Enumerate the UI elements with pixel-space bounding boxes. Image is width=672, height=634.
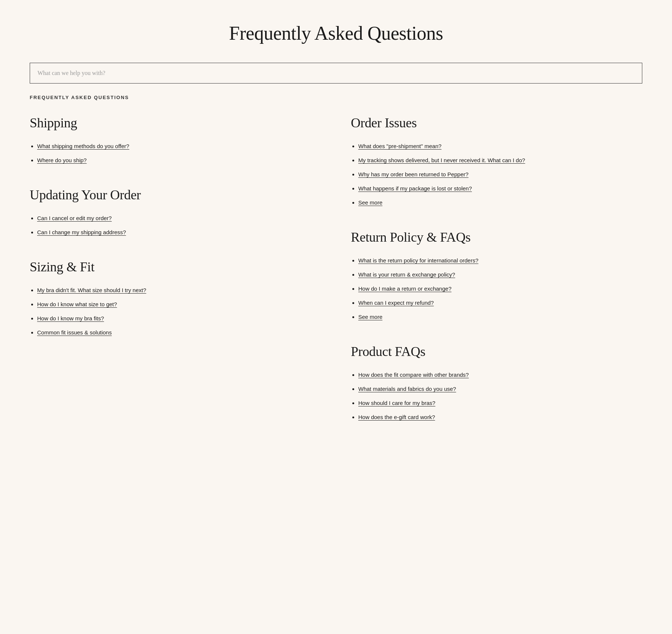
- faq-link[interactable]: My bra didn't fit. What size should I tr…: [37, 287, 146, 293]
- list-item: How do I know what size to get?: [37, 300, 321, 309]
- list-item: Can I cancel or edit my order?: [37, 214, 321, 223]
- category-shipping: Shipping What shipping methods do you of…: [30, 115, 321, 165]
- faq-link[interactable]: How do I know my bra fits?: [37, 315, 104, 321]
- list-item: Why has my order been returned to Pepper…: [358, 170, 642, 179]
- faq-link[interactable]: What shipping methods do you offer?: [37, 143, 129, 149]
- list-item: Common fit issues & solutions: [37, 328, 321, 337]
- list-item: How do I know my bra fits?: [37, 314, 321, 323]
- category-title-sizing-fit: Sizing & Fit: [30, 259, 321, 275]
- faq-grid: Shipping What shipping methods do you of…: [30, 115, 642, 444]
- list-item: How do I make a return or exchange?: [358, 284, 642, 293]
- list-item: See more: [358, 198, 642, 207]
- faq-link[interactable]: Where do you ship?: [37, 157, 87, 163]
- list-item: What is the return policy for internatio…: [358, 256, 642, 265]
- category-order-issues: Order Issues What does "pre-shipment" me…: [351, 115, 642, 207]
- category-title-updating-order: Updating Your Order: [30, 187, 321, 203]
- category-title-shipping: Shipping: [30, 115, 321, 131]
- faq-link[interactable]: What does "pre-shipment" mean?: [358, 143, 441, 149]
- search-container: [30, 63, 642, 84]
- list-item: Where do you ship?: [37, 156, 321, 165]
- search-input[interactable]: [30, 63, 642, 84]
- category-title-product-faqs: Product FAQs: [351, 344, 642, 359]
- faq-link[interactable]: How do I know what size to get?: [37, 301, 117, 307]
- faq-link[interactable]: Why has my order been returned to Pepper…: [358, 171, 469, 177]
- category-return-policy: Return Policy & FAQs What is the return …: [351, 229, 642, 321]
- list-item: Can I change my shipping address?: [37, 228, 321, 237]
- list-item: How should I care for my bras?: [358, 399, 642, 408]
- faq-list-shipping: What shipping methods do you offer? Wher…: [30, 142, 321, 165]
- faq-list-product-faqs: How does the fit compare with other bran…: [351, 370, 642, 422]
- faq-list-updating-order: Can I cancel or edit my order? Can I cha…: [30, 214, 321, 237]
- faq-link[interactable]: Can I cancel or edit my order?: [37, 215, 112, 221]
- faq-link[interactable]: My tracking shows delivered, but I never…: [358, 157, 525, 163]
- list-item: What is your return & exchange policy?: [358, 270, 642, 279]
- page-title: Frequently Asked Questions: [30, 0, 642, 63]
- faq-link[interactable]: What is the return policy for internatio…: [358, 257, 479, 264]
- list-item: What does "pre-shipment" mean?: [358, 142, 642, 151]
- list-item: When can I expect my refund?: [358, 298, 642, 307]
- faq-link[interactable]: Common fit issues & solutions: [37, 329, 112, 336]
- category-title-order-issues: Order Issues: [351, 115, 642, 131]
- see-more-order-issues[interactable]: See more: [358, 199, 382, 206]
- faq-list-return-policy: What is the return policy for internatio…: [351, 256, 642, 321]
- category-sizing-fit: Sizing & Fit My bra didn't fit. What siz…: [30, 259, 321, 337]
- faq-list-order-issues: What does "pre-shipment" mean? My tracki…: [351, 142, 642, 207]
- list-item: How does the fit compare with other bran…: [358, 370, 642, 379]
- category-product-faqs: Product FAQs How does the fit compare wi…: [351, 344, 642, 422]
- list-item: What shipping methods do you offer?: [37, 142, 321, 151]
- faq-link[interactable]: What materials and fabrics do you use?: [358, 386, 456, 392]
- left-column: Shipping What shipping methods do you of…: [30, 115, 321, 444]
- right-column: Order Issues What does "pre-shipment" me…: [351, 115, 642, 444]
- list-item: What materials and fabrics do you use?: [358, 385, 642, 393]
- faq-link[interactable]: What happens if my package is lost or st…: [358, 185, 472, 192]
- faq-link[interactable]: How do I make a return or exchange?: [358, 285, 451, 292]
- list-item: My tracking shows delivered, but I never…: [358, 156, 642, 165]
- faq-link[interactable]: What is your return & exchange policy?: [358, 271, 455, 278]
- faq-link[interactable]: Can I change my shipping address?: [37, 229, 126, 235]
- faq-link[interactable]: How should I care for my bras?: [358, 400, 436, 406]
- category-updating-order: Updating Your Order Can I cancel or edit…: [30, 187, 321, 237]
- faq-link[interactable]: How does the fit compare with other bran…: [358, 372, 469, 378]
- see-more-return-policy[interactable]: See more: [358, 314, 382, 320]
- list-item: How does the e-gift card work?: [358, 413, 642, 422]
- category-title-return-policy: Return Policy & FAQs: [351, 229, 642, 245]
- list-item: My bra didn't fit. What size should I tr…: [37, 286, 321, 295]
- section-label: FREQUENTLY ASKED QUESTIONS: [30, 95, 642, 100]
- faq-link[interactable]: How does the e-gift card work?: [358, 414, 435, 420]
- faq-list-sizing-fit: My bra didn't fit. What size should I tr…: [30, 286, 321, 337]
- faq-link[interactable]: When can I expect my refund?: [358, 300, 434, 306]
- list-item: See more: [358, 313, 642, 321]
- list-item: What happens if my package is lost or st…: [358, 184, 642, 193]
